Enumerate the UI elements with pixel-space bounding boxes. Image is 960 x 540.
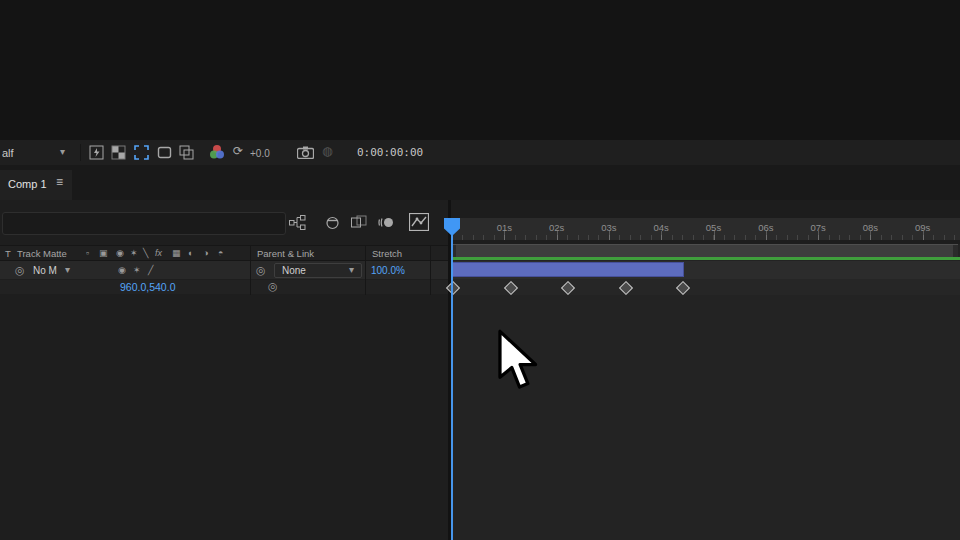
timeline-search-input[interactable]: [2, 212, 286, 235]
layer-row[interactable]: ◎ No M ▾ ◉ ✶ ╱ ◎ None ▾ 100.0%: [0, 261, 448, 279]
ruler-top-gap: [451, 200, 960, 218]
snapshot-camera-icon[interactable]: [297, 146, 314, 159]
shy-toggle-icon[interactable]: [325, 215, 340, 230]
ruler-label: 07s: [810, 222, 825, 233]
panel-menu-icon[interactable]: ≡: [56, 177, 63, 187]
switch-motionblur-icon[interactable]: ◐: [188, 248, 193, 258]
switch-shy-icon[interactable]: ◉: [116, 248, 124, 258]
col-track-matte-label[interactable]: Track Matte: [17, 248, 67, 259]
transparency-grid-icon[interactable]: [111, 145, 126, 160]
resolution-label: alf: [2, 147, 14, 159]
parent-dropdown-value: None: [282, 265, 306, 276]
switch-adjustment-icon[interactable]: ◑: [203, 248, 208, 258]
column-separator[interactable]: [250, 245, 251, 295]
col-parent-link-label[interactable]: Parent & Link: [257, 248, 314, 259]
timeline-panel: T Track Matte ▫ ▣ ◉ ✶ ╲ fx ▦ ◐ ◑ ◓ Paren…: [0, 200, 960, 540]
keyframe-track-row: [451, 279, 960, 295]
switch-frameblend-icon[interactable]: ▦: [172, 248, 181, 258]
timeline-left-pane: T Track Matte ▫ ▣ ◉ ✶ ╲ fx ▦ ◐ ◑ ◓ Paren…: [0, 200, 448, 540]
tab-comp1[interactable]: Comp 1 ≡: [0, 170, 72, 202]
col-stretch-label[interactable]: Stretch: [372, 248, 402, 259]
timecode-display[interactable]: 0:00:00:00: [357, 146, 423, 159]
show-channels-icon[interactable]: [209, 144, 225, 160]
property-row[interactable]: 960.0,540.0 ◎: [0, 280, 448, 294]
chevron-down-icon[interactable]: ▾: [65, 265, 70, 275]
work-area-end-handle[interactable]: [953, 245, 958, 257]
top-void: [0, 0, 960, 141]
layer-duration-bar[interactable]: [452, 262, 684, 277]
column-separator[interactable]: [430, 245, 431, 295]
graph-editor-icon[interactable]: [409, 213, 429, 231]
col-toggle-label[interactable]: T: [5, 248, 11, 259]
mini-flowchart-icon[interactable]: [289, 215, 306, 230]
property-pickwhip-icon[interactable]: ◎: [268, 281, 278, 291]
stretch-value[interactable]: 100.0%: [371, 265, 405, 276]
switch-quality-icon[interactable]: ╲: [143, 248, 148, 258]
toggle-mask-icon[interactable]: [157, 145, 172, 160]
mouse-cursor: [497, 328, 543, 398]
ruler-label: 04s: [654, 222, 669, 233]
column-separator[interactable]: [365, 245, 366, 295]
switch-fx-icon[interactable]: fx: [155, 248, 162, 258]
tab-label: Comp 1: [8, 178, 47, 190]
column-header-row: T Track Matte ▫ ▣ ◉ ✶ ╲ fx ▦ ◐ ◑ ◓ Paren…: [0, 245, 448, 261]
comp-toolbar: alf ▾: [0, 140, 960, 166]
track-matte-pickwhip-icon[interactable]: ◎: [15, 265, 25, 275]
parent-pickwhip-icon[interactable]: ◎: [256, 265, 266, 275]
layer-effects-icon[interactable]: ✶: [133, 265, 141, 275]
fast-previews-icon[interactable]: [89, 145, 104, 160]
ruler-label: 02s: [549, 222, 564, 233]
layer-quality-icon[interactable]: ◉: [118, 265, 126, 275]
playhead-line[interactable]: [451, 218, 453, 540]
chevron-down-icon: ▾: [60, 147, 65, 157]
resolution-dropdown[interactable]: alf ▾: [0, 144, 76, 161]
after-effects-window: alf ▾: [0, 0, 960, 540]
exposure-value[interactable]: +0.0: [250, 148, 270, 159]
frame-blend-toggle-icon[interactable]: [351, 215, 367, 230]
toolbar-divider: [80, 144, 81, 161]
pixel-aspect-icon[interactable]: [179, 145, 194, 160]
ruler-label: 06s: [758, 222, 773, 233]
layer-draft-icon[interactable]: ╱: [148, 265, 153, 275]
track-matte-dropdown[interactable]: No M: [33, 265, 57, 276]
reset-exposure-icon[interactable]: ⟳: [233, 146, 243, 156]
rendered-frames-bar: [451, 257, 960, 260]
switch-3d-icon[interactable]: ◓: [218, 248, 223, 258]
work-area-bar[interactable]: [451, 244, 958, 258]
parent-dropdown[interactable]: None ▾: [274, 263, 362, 278]
header-mode-icon: ▫: [86, 248, 89, 258]
ruler-label: 08s: [863, 222, 878, 233]
region-of-interest-icon[interactable]: [134, 145, 149, 160]
motion-blur-toggle-icon[interactable]: [378, 215, 394, 230]
timeline-tab-bar: Comp 1 ≡: [0, 165, 960, 201]
ruler-label: 05s: [706, 222, 721, 233]
ruler-label: 01s: [497, 222, 512, 233]
ruler-label: 03s: [601, 222, 616, 233]
header-matte-icon: ▣: [99, 248, 108, 258]
ruler-label: 09s: [915, 222, 930, 233]
chevron-down-icon: ▾: [349, 265, 354, 275]
position-value[interactable]: 960.0,540.0: [120, 281, 175, 293]
switch-collapse-icon[interactable]: ✶: [130, 248, 138, 258]
show-snapshot-icon[interactable]: ◍: [322, 146, 332, 156]
